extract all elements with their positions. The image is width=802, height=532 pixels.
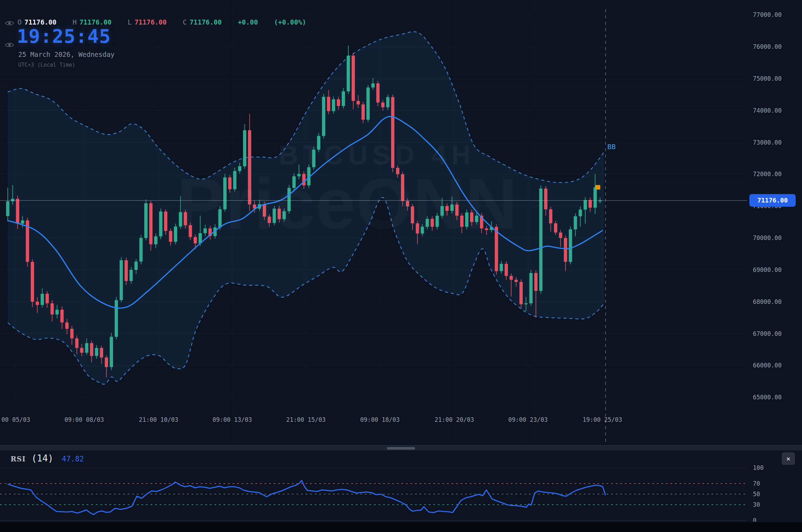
candle: [524, 303, 528, 304]
candle: [381, 102, 385, 107]
candle: [55, 310, 59, 315]
candle: [554, 223, 557, 232]
rsi-line: [8, 480, 606, 515]
candle: [569, 230, 572, 262]
candle: [589, 200, 592, 208]
candle: [31, 262, 34, 302]
candle: [154, 237, 157, 245]
chart-canvas[interactable]: [0, 0, 802, 532]
candle: [594, 187, 597, 208]
candle: [386, 97, 389, 107]
candle: [500, 264, 503, 271]
candle: [85, 343, 88, 353]
ohlc-legend: O71176.00 H71176.00 L71176.00 C71176.00 …: [18, 18, 322, 26]
candle: [515, 280, 518, 282]
eye-icon[interactable]: [5, 42, 14, 48]
change-value: +0.00: [238, 18, 258, 26]
timezone-label: UTC+3 (Local Time): [18, 62, 75, 68]
rsi-current-value: 47.82: [62, 455, 84, 463]
candle: [139, 238, 142, 261]
price-axis-label: 72000.00: [753, 171, 782, 178]
candle: [366, 87, 369, 120]
candle: [95, 348, 98, 356]
bollinger-band-label: BB: [607, 142, 616, 151]
candle: [75, 338, 78, 348]
candle: [332, 99, 335, 111]
price-axis-label: 74000.00: [753, 107, 782, 114]
rsi-axis-label: 100: [753, 464, 764, 471]
candle: [549, 209, 552, 223]
candle: [361, 105, 365, 120]
time-axis-label: 21:00 15/03: [286, 416, 326, 423]
ohlc-high: H71176.00: [73, 18, 112, 26]
candle: [376, 84, 380, 102]
price-axis-label: 66000.00: [753, 362, 782, 369]
candle: [51, 303, 54, 314]
ohlc-low: L71176.00: [128, 18, 167, 26]
candle: [371, 84, 374, 88]
candle: [159, 212, 162, 237]
time-axis-label: 09:00 08/03: [65, 416, 104, 423]
time-axis-label: 00 05/03: [1, 416, 30, 423]
candle: [134, 261, 138, 270]
close-icon[interactable]: ×: [782, 452, 795, 465]
candle: [574, 216, 577, 229]
time-axis-label: 21:00 10/03: [139, 416, 179, 423]
candle: [544, 188, 547, 209]
bottom-bar: [0, 522, 802, 532]
candle: [327, 97, 330, 111]
candle: [583, 200, 587, 210]
candle: [243, 130, 246, 166]
candle: [80, 348, 83, 353]
eye-icon[interactable]: [5, 20, 14, 26]
candle: [21, 220, 24, 224]
price-axis-label: 70000.00: [753, 234, 782, 241]
current-price-badge: 71176.00: [749, 194, 796, 207]
rsi-axis-label: 70: [753, 480, 760, 487]
date-label: 25 March 2026, Wednesday: [18, 51, 115, 58]
rsi-axis-label: 30: [753, 501, 760, 508]
time-axis-label: 09:00 13/03: [213, 416, 252, 423]
price-axis-label: 65000.00: [753, 394, 782, 401]
candle: [529, 273, 533, 303]
rsi-title: RSI: [11, 455, 26, 463]
price-axis-label: 68000.00: [753, 298, 782, 305]
candle: [337, 99, 340, 106]
candle: [352, 56, 355, 101]
candle: [70, 329, 73, 338]
watermark-brand: PriceONN: [176, 162, 518, 245]
candle: [11, 199, 14, 201]
ohlc-close: C71176.00: [183, 18, 222, 26]
candle: [509, 276, 513, 280]
candle: [100, 348, 103, 358]
candle: [46, 294, 49, 303]
candle: [120, 260, 123, 300]
price-axis-label: 73000.00: [753, 139, 782, 146]
candle: [129, 270, 133, 281]
candle: [504, 264, 508, 276]
candle: [322, 97, 325, 136]
candle: [60, 310, 64, 322]
time-axis-label: 09:00 23/03: [508, 416, 548, 423]
trading-chart-app: BTCUSD 4H PriceONN O71176.00 H71176.00 L…: [0, 0, 802, 532]
candle: [90, 343, 93, 356]
time-axis-label: 21:00 20/03: [435, 416, 474, 423]
candle: [164, 212, 167, 231]
candle: [65, 322, 68, 329]
order-marker[interactable]: [595, 185, 600, 189]
time-axis-label: 19:00 25/03: [583, 416, 622, 423]
rsi-header: RSI (14) 47.82: [11, 453, 84, 464]
candle: [539, 188, 542, 291]
price-axis-label: 67000.00: [753, 330, 782, 337]
candle: [41, 294, 44, 305]
pane-resize-handle[interactable]: [387, 447, 415, 450]
countdown-clock: 19:25:45: [17, 25, 111, 47]
candle: [356, 101, 360, 105]
candle: [559, 233, 562, 238]
time-axis-label: 09:00 18/03: [360, 416, 400, 423]
ohlc-open: O71176.00: [18, 18, 56, 26]
candle: [115, 300, 118, 337]
candle: [16, 199, 19, 224]
candle: [105, 358, 108, 367]
candle: [579, 210, 582, 216]
